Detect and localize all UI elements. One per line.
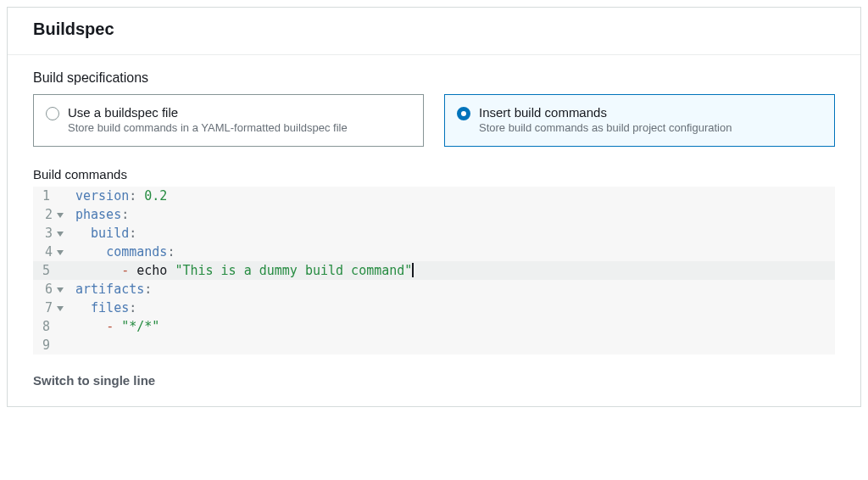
yaml-key: version [75, 188, 129, 204]
gutter: 3 [33, 224, 67, 243]
gutter: 2 [33, 205, 67, 224]
option-title: Insert build commands [479, 105, 732, 120]
fold-toggle-icon[interactable] [57, 213, 64, 218]
yaml-key: files [91, 300, 129, 315]
line-number: 6 [45, 280, 53, 299]
colon: : [129, 300, 136, 315]
code: commands: [67, 243, 835, 261]
editor-line: 2 phases: [33, 205, 835, 224]
colon: : [144, 282, 152, 297]
gutter: 4 [33, 243, 67, 261]
fold-toggle-icon[interactable] [57, 306, 64, 311]
yaml-key: commands [106, 244, 167, 260]
switch-to-single-line[interactable]: Switch to single line [33, 373, 155, 388]
colon: : [129, 188, 136, 204]
yaml-dash: - [106, 319, 121, 334]
editor-line: 3 build: [33, 224, 835, 243]
code: artifacts: [67, 280, 835, 299]
code: version: 0.2 [67, 187, 835, 205]
fold-spacer [54, 325, 64, 330]
colon: : [129, 226, 136, 241]
gutter: 9 [33, 336, 67, 354]
line-number: 1 [42, 187, 50, 205]
code: phases: [67, 205, 835, 224]
panel-title: Buildspec [33, 20, 835, 39]
panel-header: Buildspec [8, 8, 860, 55]
option-desc: Store build commands in a YAML-formatted… [68, 121, 348, 134]
line-number: 9 [42, 336, 50, 354]
option-desc: Store build commands as build project co… [479, 121, 732, 134]
code-editor[interactable]: 1 version: 0.2 2 phases: 3 build: 4 comm… [33, 187, 835, 354]
spec-section-title: Build specifications [33, 70, 835, 86]
code [67, 336, 835, 354]
fold-spacer [54, 269, 64, 274]
option-insert-commands[interactable]: Insert build commands Store build comman… [444, 94, 835, 147]
yaml-key: artifacts [75, 282, 144, 297]
radio-unselected-icon [46, 107, 59, 120]
spec-options: Use a buildspec file Store build command… [33, 94, 835, 147]
fold-spacer [54, 343, 64, 349]
fold-toggle-icon[interactable] [57, 232, 64, 237]
fold-spacer [54, 194, 64, 199]
buildspec-panel: Buildspec Build specifications Use a bui… [7, 7, 861, 407]
yaml-key: build [91, 226, 129, 241]
line-number: 3 [45, 224, 53, 243]
editor-line: 7 files: [33, 299, 835, 317]
cursor-caret [412, 263, 414, 277]
yaml-number: 0.2 [144, 188, 167, 204]
code: build: [67, 224, 835, 243]
yaml-word: echo [136, 263, 175, 278]
radio-selected-icon [457, 107, 470, 120]
commands-label: Build commands [33, 167, 835, 181]
line-number: 7 [45, 299, 53, 317]
tile-text: Use a buildspec file Store build command… [68, 105, 348, 134]
panel-body: Build specifications Use a buildspec fil… [8, 55, 860, 406]
gutter: 8 [33, 317, 67, 336]
gutter: 1 [33, 187, 67, 205]
code: - echo "This is a dummy build command" [67, 261, 835, 280]
editor-line: 6 artifacts: [33, 280, 835, 299]
gutter: 7 [33, 299, 67, 317]
line-number: 2 [45, 205, 53, 224]
line-number: 4 [45, 243, 53, 261]
editor-line: 9 [33, 336, 835, 354]
colon: : [167, 244, 175, 260]
editor-line: 4 commands: [33, 243, 835, 261]
yaml-string: "This is a dummy build command" [175, 263, 412, 278]
colon: : [121, 207, 129, 222]
yaml-key: phases [75, 207, 121, 222]
option-title: Use a buildspec file [68, 105, 348, 120]
code: files: [67, 299, 835, 317]
code: - "*/*" [67, 317, 835, 336]
line-number: 5 [42, 261, 50, 280]
tile-text: Insert build commands Store build comman… [479, 105, 732, 134]
line-number: 8 [42, 317, 50, 336]
gutter: 5 [33, 261, 67, 280]
gutter: 6 [33, 280, 67, 299]
editor-line: 8 - "*/*" [33, 317, 835, 336]
yaml-dash: - [121, 263, 136, 278]
option-buildspec-file[interactable]: Use a buildspec file Store build command… [33, 94, 424, 147]
editor-line-active: 5 - echo "This is a dummy build command" [33, 261, 835, 280]
fold-toggle-icon[interactable] [57, 287, 64, 293]
fold-toggle-icon[interactable] [57, 250, 64, 255]
yaml-string: "*/*" [121, 319, 159, 334]
editor-line: 1 version: 0.2 [33, 187, 835, 205]
